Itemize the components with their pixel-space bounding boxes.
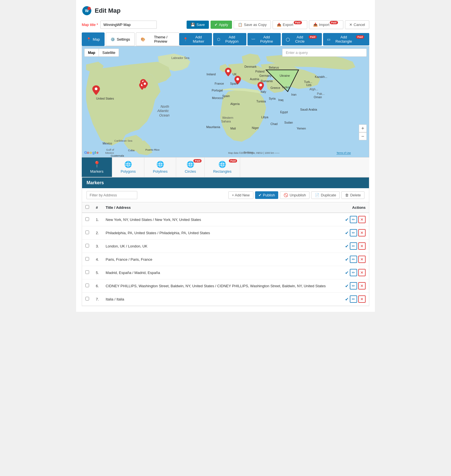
row-num: 2. (92, 226, 102, 240)
tab-map[interactable]: 📍 Map (82, 32, 105, 46)
svg-text:Tunisia: Tunisia (256, 100, 266, 103)
export-button[interactable]: 📤 Export Paid (273, 20, 307, 29)
svg-text:France: France (215, 82, 224, 85)
rectangles-paid-badge: Paid (229, 159, 237, 163)
row-publish-check-icon: ✔ (345, 270, 349, 275)
row-delete-button[interactable]: ✕ (358, 269, 366, 276)
filter-address-input[interactable] (87, 191, 137, 199)
row-title: New York, NY, United States / New York, … (102, 213, 340, 226)
row-checkbox[interactable] (85, 284, 89, 287)
svg-text:Ireland: Ireland (207, 73, 216, 76)
row-publish-check-icon: ✔ (345, 244, 349, 249)
row-edit-button[interactable]: ✏ (350, 242, 357, 250)
row-edit-button[interactable]: ✏ (350, 216, 357, 223)
add-polygon-button[interactable]: ⬡ Add Polygon (213, 33, 246, 45)
row-checkbox-cell (82, 213, 92, 226)
row-delete-button[interactable]: ✕ (358, 295, 366, 303)
svg-text:Map data ©2019 Google, INEGI |: Map data ©2019 Google, INEGI | 1000 km —… (228, 152, 280, 154)
row-num: 7. (92, 293, 102, 306)
svg-text:Afgh...: Afgh... (309, 87, 318, 91)
unpublish-icon: 🚫 (284, 193, 288, 197)
svg-text:Turk...: Turk... (304, 80, 313, 84)
row-checkbox[interactable] (85, 270, 89, 274)
row-checkbox[interactable] (85, 244, 89, 247)
svg-text:Guatemala: Guatemala (111, 154, 124, 157)
select-all-checkbox[interactable] (85, 205, 89, 209)
circle-paid-badge: Paid (309, 35, 317, 39)
top-actions-bar: 💾 Save ✔ Apply 📋 Save as Copy 📤 Export P… (187, 20, 369, 29)
tab-settings[interactable]: ⚙️ Settings (106, 32, 135, 46)
duplicate-button[interactable]: 📄 Duplicate (311, 191, 340, 199)
map-search-box[interactable]: Enter a query (282, 49, 367, 57)
zoom-in-button[interactable]: + (359, 124, 367, 132)
row-title: Paris, France / Paris, France (102, 253, 340, 266)
save-as-copy-button[interactable]: 📋 Save as Copy (234, 20, 271, 29)
svg-text:Western: Western (222, 116, 233, 119)
row-checkbox-cell (82, 279, 92, 293)
row-edit-button[interactable]: ✏ (350, 282, 357, 289)
row-checkbox[interactable] (85, 297, 89, 300)
map-title-input[interactable] (100, 21, 157, 29)
row-checkbox[interactable] (85, 231, 89, 234)
publish-check-icon: ✔ (258, 193, 262, 197)
svg-text:United States: United States (96, 97, 114, 100)
row-delete-button[interactable]: ✕ (358, 242, 366, 250)
svg-text:Spain: Spain (230, 82, 238, 85)
add-circle-button[interactable]: ◯ Add Circle Paid (282, 33, 322, 45)
save-button[interactable]: 💾 Save (187, 21, 209, 29)
row-delete-button[interactable]: ✕ (358, 256, 366, 263)
import-button[interactable]: 📥 Import Paid (309, 20, 343, 29)
add-polygon-icon: ⬡ (217, 37, 220, 41)
map-svg: North Atlantic Ocean United States Labra… (82, 46, 369, 157)
apply-button[interactable]: ✔ Apply (211, 21, 232, 29)
row-title: Philadelphia, PA, United States / Philad… (102, 226, 340, 240)
table-row: 2. Philadelphia, PA, United States / Phi… (82, 226, 369, 240)
title-col-header: Title / Address (102, 202, 340, 213)
svg-text:Portugal: Portugal (212, 89, 223, 92)
svg-text:Poland: Poland (255, 70, 265, 73)
row-checkbox[interactable] (85, 257, 89, 261)
publish-button[interactable]: ✔ Publish (255, 191, 278, 199)
table-row: 3. London, UK / London, UK ✔ ✏ ✕ (82, 240, 369, 253)
row-delete-button[interactable]: ✕ (358, 229, 366, 236)
page-title: Edit Map (95, 7, 121, 14)
tab-circles[interactable]: Paid 🌐 Circles (176, 157, 205, 177)
add-rectangle-button[interactable]: ▭ Add Rectangle Paid (323, 33, 369, 45)
settings-tab-icon: ⚙️ (110, 37, 115, 41)
tab-bar: 📍 Map ⚙️ Settings 🎨 Theme / Preview 📍 Ad… (82, 32, 369, 46)
tab-polylines[interactable]: 🌐 Polylines (144, 157, 176, 177)
add-polyline-button[interactable]: 〰 Add Polyline (247, 33, 281, 45)
cancel-button[interactable]: ✕ Cancel (345, 20, 369, 29)
svg-text:Germany: Germany (259, 74, 272, 77)
zoom-out-button[interactable]: − (359, 132, 367, 140)
svg-text:Mauritania: Mauritania (206, 125, 220, 129)
unpublish-button[interactable]: 🚫 Unpublish (280, 191, 309, 199)
tab-theme-preview[interactable]: 🎨 Theme / Preview (136, 32, 179, 46)
row-edit-button[interactable]: ✏ (350, 256, 357, 263)
svg-text:Belarus: Belarus (269, 66, 279, 69)
map-view-button[interactable]: Map (85, 49, 99, 56)
table-row: 7. Italia / Italia ✔ ✏ ✕ (82, 293, 369, 306)
tab-polygons[interactable]: 🌐 Polygons (112, 157, 144, 177)
row-num: 1. (92, 213, 102, 226)
import-icon: 📥 (313, 23, 318, 27)
rectangle-paid-badge: Paid (356, 35, 364, 39)
svg-text:Caribbean Sea: Caribbean Sea (114, 139, 132, 142)
row-edit-button[interactable]: ✏ (350, 229, 357, 236)
add-marker-button[interactable]: 📍 Add Marker (179, 33, 212, 45)
row-delete-button[interactable]: ✕ (358, 216, 366, 223)
satellite-view-button[interactable]: Satellite (99, 49, 119, 56)
delete-button[interactable]: 🗑 Delete (341, 191, 364, 199)
svg-text:Oman: Oman (314, 95, 322, 99)
map-container[interactable]: North Atlantic Ocean United States Labra… (82, 46, 369, 157)
svg-text:Gulf of: Gulf of (106, 148, 114, 151)
row-checkbox[interactable] (85, 217, 89, 221)
row-publish-check-icon: ✔ (345, 283, 349, 289)
row-edit-button[interactable]: ✏ (350, 269, 357, 276)
tab-rectangles[interactable]: Paid 🌐 Rectangles (205, 157, 240, 177)
row-edit-button[interactable]: ✏ (350, 295, 357, 303)
svg-text:Morocco: Morocco (212, 96, 224, 100)
add-new-marker-button[interactable]: + Add New (228, 191, 253, 199)
row-delete-button[interactable]: ✕ (358, 282, 366, 289)
tab-markers[interactable]: 📍 Markers (82, 157, 112, 177)
